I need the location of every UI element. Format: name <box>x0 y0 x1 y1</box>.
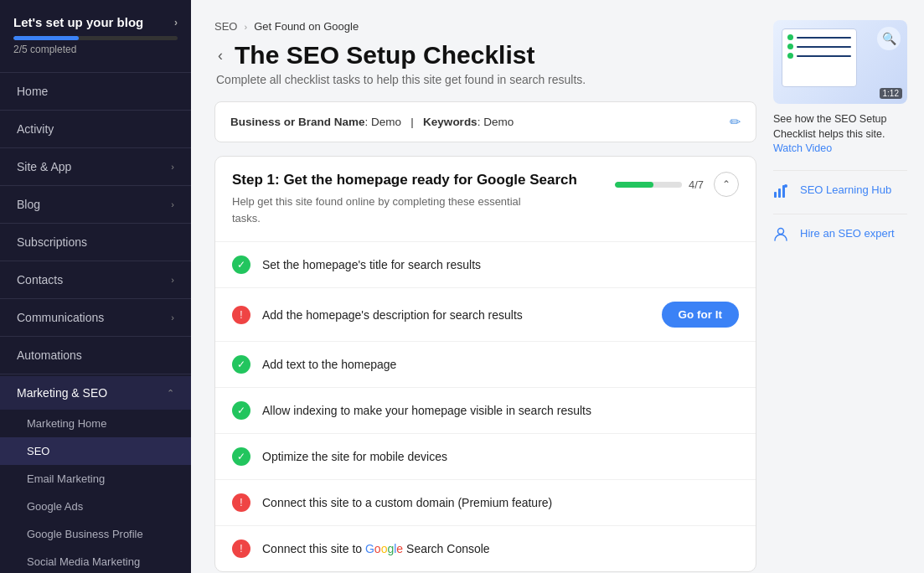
chevron-up-icon: ⌃ <box>167 388 174 399</box>
watch-video-link[interactable]: Watch Video <box>773 142 832 154</box>
chart-icon <box>773 183 792 202</box>
hire-seo-expert-link[interactable]: Hire an SEO expert <box>773 214 907 257</box>
step-header-right: 4/7 ⌃ <box>615 172 739 197</box>
checklist-item-text-google: Connect this site to Google Search Conso… <box>262 542 739 555</box>
checklist-item-text: Allow indexing to make your homepage vis… <box>262 404 739 417</box>
sidebar-item-automations[interactable]: Automations <box>0 338 191 372</box>
sidebar-sub-item-marketing-home[interactable]: Marketing Home <box>0 410 191 437</box>
keywords-label: Keywords <box>423 116 477 128</box>
sidebar: Let's set up your blog › 2/5 completed H… <box>0 0 191 573</box>
chevron-right-icon: › <box>171 312 174 323</box>
brand-name-value: Demo <box>371 116 401 128</box>
checklist-item-2: ! Add the homepage's description for sea… <box>215 288 756 342</box>
step-card: Step 1: Get the homepage ready for Googl… <box>214 156 756 572</box>
chevron-right-icon: › <box>171 275 174 285</box>
checklist-item-3: ✓ Add text to the homepage <box>215 342 756 388</box>
svg-point-3 <box>784 184 787 188</box>
checklist-item-text: Connect this site to a custom domain (Pr… <box>262 496 739 509</box>
collapse-button[interactable]: ⌃ <box>714 172 739 197</box>
sidebar-item-subscriptions[interactable]: Subscriptions <box>0 225 191 259</box>
mock-screen <box>782 28 857 87</box>
check-success-icon: ✓ <box>232 447 250 466</box>
sidebar-item-contacts[interactable]: Contacts › <box>0 263 191 297</box>
progress-fraction: 4/7 <box>615 178 704 191</box>
checklist-item-text: Optimize the site for mobile devices <box>262 450 739 463</box>
video-duration: 1:12 <box>880 88 902 99</box>
checklist-item-1: ✓ Set the homepage's title for search re… <box>215 242 756 288</box>
page-title-row: ‹ The SEO Setup Checklist <box>214 41 756 70</box>
checklist-item-6: ! Connect this site to a custom domain (… <box>215 480 756 526</box>
check-error-icon: ! <box>232 306 250 324</box>
sidebar-item-blog[interactable]: Blog › <box>0 188 191 221</box>
checklist-item-7: ! Connect this site to Google Search Con… <box>215 526 756 571</box>
sidebar-progress-label: 2/5 completed <box>13 44 178 55</box>
step-title: Step 1: Get the homepage ready for Googl… <box>232 172 577 188</box>
sidebar-item-home[interactable]: Home <box>0 75 191 108</box>
checklist-item-text: Add the homepage's description for searc… <box>262 308 650 322</box>
sidebar-sub-item-seo[interactable]: SEO <box>0 437 191 465</box>
checklist-item-text: Set the homepage's title for search resu… <box>262 258 739 271</box>
go-for-it-button[interactable]: Go for It <box>662 302 740 328</box>
sidebar-progress-bar-bg <box>13 36 178 40</box>
check-success-icon: ✓ <box>232 256 250 274</box>
page-subtitle: Complete all checklist tasks to help thi… <box>216 73 756 86</box>
sidebar-setup-title[interactable]: Let's set up your blog › <box>13 15 178 29</box>
check-error-icon: ! <box>232 539 250 558</box>
video-thumbnail[interactable]: 🔍 1:12 <box>773 20 907 104</box>
edit-icon[interactable]: ✏ <box>730 114 741 130</box>
checklist-item-4: ✓ Allow indexing to make your homepage v… <box>215 388 756 434</box>
right-panel: 🔍 1:12 See how the SEO Setup Checklist h… <box>773 20 907 572</box>
step-description: Help get this site found online by compl… <box>232 194 534 226</box>
progress-bar-fill <box>615 182 653 188</box>
checklist-item-5: ✓ Optimize the site for mobile devices <box>215 434 756 480</box>
breadcrumb: SEO › Get Found on Google <box>214 20 756 33</box>
sidebar-item-site-app[interactable]: Site & App › <box>0 150 191 183</box>
sidebar-sub-item-social-media-marketing[interactable]: Social Media Marketing <box>0 548 191 573</box>
person-icon <box>773 227 792 245</box>
sidebar-item-marketing-seo[interactable]: Marketing & SEO ⌃ <box>0 376 191 410</box>
main-content: SEO › Get Found on Google ‹ The SEO Setu… <box>191 0 924 573</box>
keywords-value: Demo <box>483 116 514 128</box>
sidebar-header: Let's set up your blog › 2/5 completed <box>0 0 191 70</box>
check-success-icon: ✓ <box>232 401 250 420</box>
back-button[interactable]: ‹ <box>214 47 226 65</box>
sidebar-progress-bar-fill <box>13 36 79 40</box>
video-caption: See how the SEO Setup Checklist helps th… <box>773 112 907 157</box>
svg-rect-1 <box>778 188 781 198</box>
sidebar-sub-item-google-ads[interactable]: Google Ads <box>0 493 191 520</box>
checklist-item-text: Add text to the homepage <box>262 358 739 371</box>
sidebar-sub-item-google-business-profile[interactable]: Google Business Profile <box>0 520 191 548</box>
breadcrumb-chevron-icon: › <box>244 22 247 32</box>
content-area: SEO › Get Found on Google ‹ The SEO Setu… <box>214 20 756 572</box>
svg-point-4 <box>778 228 784 234</box>
check-success-icon: ✓ <box>232 355 250 374</box>
breadcrumb-parent[interactable]: SEO <box>214 20 237 33</box>
page-title: The SEO Setup Checklist <box>235 41 534 70</box>
chevron-right-icon: › <box>174 17 178 28</box>
info-bar: Business or Brand Name: Demo | Keywords:… <box>214 101 756 142</box>
brand-name-label: Business or Brand Name <box>230 116 365 128</box>
fraction-text: 4/7 <box>689 178 704 191</box>
sidebar-sub-item-email-marketing[interactable]: Email Marketing <box>0 465 191 493</box>
search-icon: 🔍 <box>877 27 901 50</box>
sidebar-item-activity[interactable]: Activity <box>0 112 191 146</box>
check-error-icon: ! <box>232 493 250 512</box>
info-bar-text: Business or Brand Name: Demo | Keywords:… <box>230 116 514 128</box>
progress-bar-bg <box>615 182 682 188</box>
chevron-right-icon: › <box>171 162 174 172</box>
seo-hub-label: SEO Learning Hub <box>800 183 891 198</box>
hire-expert-label: Hire an SEO expert <box>800 226 895 241</box>
step-header-left: Step 1: Get the homepage ready for Googl… <box>232 172 577 226</box>
sidebar-item-communications[interactable]: Communications › <box>0 301 191 334</box>
svg-rect-0 <box>774 192 777 198</box>
seo-learning-hub-link[interactable]: SEO Learning Hub <box>773 170 907 214</box>
chevron-right-icon: › <box>171 199 174 209</box>
step-header: Step 1: Get the homepage ready for Googl… <box>215 157 756 242</box>
breadcrumb-current: Get Found on Google <box>254 20 359 33</box>
